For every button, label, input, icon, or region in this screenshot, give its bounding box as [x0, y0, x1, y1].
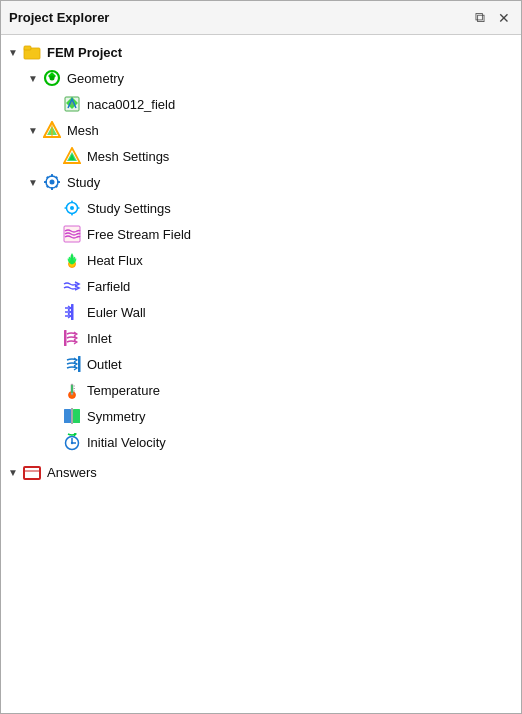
close-icon: ✕: [498, 10, 510, 26]
svg-rect-18: [51, 187, 53, 190]
arrow-mesh: ▼: [25, 122, 41, 138]
outlet-label: Outlet: [87, 357, 122, 372]
arrow-answers: ▼: [5, 464, 21, 480]
naca-label: naca0012_field: [87, 97, 175, 112]
mesh-label: Mesh: [67, 123, 99, 138]
heat-flux-icon: [61, 249, 83, 271]
tree-node-study-settings[interactable]: Study Settings: [1, 195, 521, 221]
initial-velocity-label: Initial Velocity: [87, 435, 166, 450]
svg-rect-27: [71, 201, 73, 204]
study-label: Study: [67, 175, 100, 190]
study-settings-icon: [61, 197, 83, 219]
tree-node-heat-flux[interactable]: Heat Flux: [1, 247, 521, 273]
tree-node-answers[interactable]: ▼ Answers: [1, 459, 521, 485]
svg-point-16: [50, 180, 55, 185]
svg-rect-47: [73, 409, 80, 423]
svg-rect-38: [64, 330, 67, 346]
study-icon: [41, 171, 63, 193]
panel-title: Project Explorer: [9, 10, 109, 25]
tree-node-symmetry[interactable]: Symmetry: [1, 403, 521, 429]
farfield-label: Farfield: [87, 279, 130, 294]
inlet-icon: [61, 327, 83, 349]
arrow-geometry: ▼: [25, 70, 41, 86]
header-buttons: ⧉ ✕: [471, 9, 513, 27]
farfield-icon: [61, 275, 83, 297]
study-settings-label: Study Settings: [87, 201, 171, 216]
outlet-icon: [61, 353, 83, 375]
free-stream-label: Free Stream Field: [87, 227, 191, 242]
heat-flux-label: Heat Flux: [87, 253, 143, 268]
tree-node-euler-wall[interactable]: Euler Wall: [1, 299, 521, 325]
project-explorer-panel: Project Explorer ⧉ ✕ ▼ FEM Project ▼: [0, 0, 522, 714]
naca-icon: [61, 93, 83, 115]
panel-header: Project Explorer ⧉ ✕: [1, 1, 521, 35]
restore-button[interactable]: ⧉: [471, 9, 489, 27]
initial-velocity-icon: [61, 431, 83, 453]
svg-rect-29: [65, 207, 68, 209]
close-button[interactable]: ✕: [495, 9, 513, 27]
inlet-label: Inlet: [87, 331, 112, 346]
tree-node-naca0012[interactable]: naca0012_field: [1, 91, 521, 117]
tree-node-initial-velocity[interactable]: Initial Velocity: [1, 429, 521, 455]
svg-point-4: [50, 76, 55, 81]
free-stream-icon: [61, 223, 83, 245]
svg-rect-20: [57, 181, 60, 183]
geometry-label: Geometry: [67, 71, 124, 86]
arrow-fem-project: ▼: [5, 44, 21, 60]
tree-node-study[interactable]: ▼ Study: [1, 169, 521, 195]
euler-wall-label: Euler Wall: [87, 305, 146, 320]
tree-node-inlet[interactable]: Inlet: [1, 325, 521, 351]
answers-icon: [21, 461, 43, 483]
geometry-icon: [41, 67, 63, 89]
tree-node-farfield[interactable]: Farfield: [1, 273, 521, 299]
arrow-study: ▼: [25, 174, 41, 190]
folder-icon: [21, 41, 43, 63]
tree-node-temperature[interactable]: Temperature: [1, 377, 521, 403]
mesh-settings-label: Mesh Settings: [87, 149, 169, 164]
tree-node-fem-project[interactable]: ▼ FEM Project: [1, 39, 521, 65]
euler-wall-icon: [61, 301, 83, 323]
svg-rect-1: [24, 46, 31, 50]
svg-rect-28: [71, 213, 73, 216]
answers-label: Answers: [47, 465, 97, 480]
fem-project-label: FEM Project: [47, 45, 122, 60]
svg-rect-46: [64, 409, 71, 423]
mesh-settings-icon: [61, 145, 83, 167]
svg-point-26: [70, 206, 74, 210]
svg-rect-30: [77, 207, 80, 209]
tree-node-free-stream[interactable]: Free Stream Field: [1, 221, 521, 247]
svg-rect-17: [51, 174, 53, 177]
tree-area[interactable]: ▼ FEM Project ▼ Geometry: [1, 35, 521, 713]
svg-rect-19: [44, 181, 47, 183]
tree-node-mesh[interactable]: ▼ Mesh: [1, 117, 521, 143]
symmetry-icon: [61, 405, 83, 427]
svg-rect-39: [78, 356, 81, 372]
temperature-icon: [61, 379, 83, 401]
restore-icon: ⧉: [475, 9, 485, 26]
svg-rect-53: [24, 467, 40, 479]
symmetry-label: Symmetry: [87, 409, 146, 424]
temperature-label: Temperature: [87, 383, 160, 398]
tree-node-geometry[interactable]: ▼ Geometry: [1, 65, 521, 91]
tree-node-outlet[interactable]: Outlet: [1, 351, 521, 377]
svg-rect-42: [71, 385, 72, 393]
mesh-icon: [41, 119, 63, 141]
tree-node-mesh-settings[interactable]: Mesh Settings: [1, 143, 521, 169]
